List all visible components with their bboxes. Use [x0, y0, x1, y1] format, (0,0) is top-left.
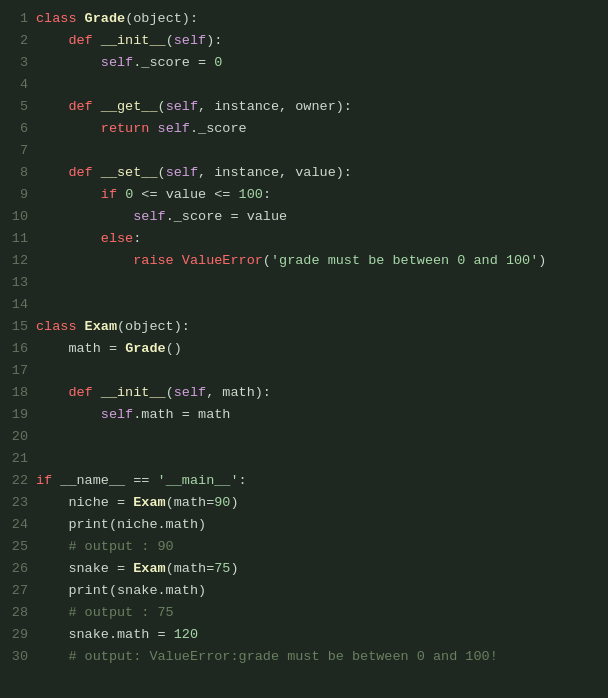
- code-line: self._score = 0: [36, 52, 600, 74]
- line-numbers: 1234567891011121314151617181920212223242…: [0, 8, 36, 668]
- code-line: [36, 426, 600, 448]
- code-line: if 0 <= value <= 100:: [36, 184, 600, 206]
- line-number: 21: [8, 448, 28, 470]
- line-number: 7: [8, 140, 28, 162]
- line-number: 5: [8, 96, 28, 118]
- code-line: [36, 448, 600, 470]
- line-number: 25: [8, 536, 28, 558]
- code-line: # output: ValueError:grade must be betwe…: [36, 646, 600, 668]
- line-number: 29: [8, 624, 28, 646]
- line-number: 24: [8, 514, 28, 536]
- line-number: 9: [8, 184, 28, 206]
- code-line: class Exam(object):: [36, 316, 600, 338]
- code-line: if __name__ == '__main__':: [36, 470, 600, 492]
- line-number: 20: [8, 426, 28, 448]
- code-line: return self._score: [36, 118, 600, 140]
- code-editor: 1234567891011121314151617181920212223242…: [0, 0, 608, 676]
- line-number: 8: [8, 162, 28, 184]
- line-number: 28: [8, 602, 28, 624]
- code-line: print(snake.math): [36, 580, 600, 602]
- code-content: class Grade(object): def __init__(self):…: [36, 8, 608, 668]
- line-number: 3: [8, 52, 28, 74]
- code-line: snake.math = 120: [36, 624, 600, 646]
- line-number: 22: [8, 470, 28, 492]
- code-line: def __set__(self, instance, value):: [36, 162, 600, 184]
- code-line: else:: [36, 228, 600, 250]
- line-number: 11: [8, 228, 28, 250]
- code-line: [36, 360, 600, 382]
- line-number: 4: [8, 74, 28, 96]
- line-number: 13: [8, 272, 28, 294]
- line-number: 1: [8, 8, 28, 30]
- line-number: 18: [8, 382, 28, 404]
- line-number: 26: [8, 558, 28, 580]
- line-number: 27: [8, 580, 28, 602]
- code-line: niche = Exam(math=90): [36, 492, 600, 514]
- code-line: snake = Exam(math=75): [36, 558, 600, 580]
- line-number: 30: [8, 646, 28, 668]
- code-line: class Grade(object):: [36, 8, 600, 30]
- line-number: 12: [8, 250, 28, 272]
- code-line: math = Grade(): [36, 338, 600, 360]
- code-line: [36, 74, 600, 96]
- code-line: # output : 75: [36, 602, 600, 624]
- code-line: [36, 272, 600, 294]
- code-line: print(niche.math): [36, 514, 600, 536]
- code-line: self._score = value: [36, 206, 600, 228]
- line-number: 16: [8, 338, 28, 360]
- line-number: 10: [8, 206, 28, 228]
- code-line: def __init__(self, math):: [36, 382, 600, 404]
- line-number: 14: [8, 294, 28, 316]
- code-line: [36, 294, 600, 316]
- code-line: self.math = math: [36, 404, 600, 426]
- line-number: 15: [8, 316, 28, 338]
- line-number: 2: [8, 30, 28, 52]
- line-number: 17: [8, 360, 28, 382]
- line-number: 19: [8, 404, 28, 426]
- line-number: 6: [8, 118, 28, 140]
- code-line: def __get__(self, instance, owner):: [36, 96, 600, 118]
- code-line: [36, 140, 600, 162]
- code-line: def __init__(self):: [36, 30, 600, 52]
- line-number: 23: [8, 492, 28, 514]
- code-line: # output : 90: [36, 536, 600, 558]
- code-line: raise ValueError('grade must be between …: [36, 250, 600, 272]
